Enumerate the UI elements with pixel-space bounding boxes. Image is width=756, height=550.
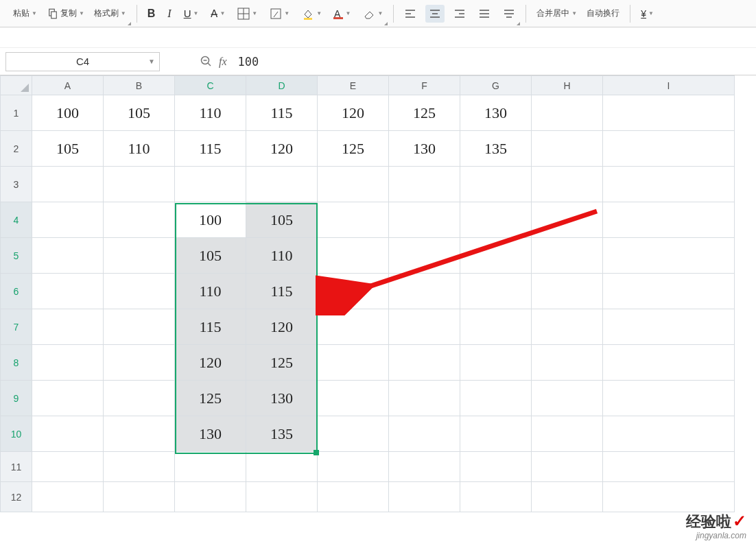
cell[interactable]: 115: [246, 95, 318, 131]
cell[interactable]: 130: [460, 95, 532, 131]
col-header-B[interactable]: B: [104, 76, 175, 95]
cell[interactable]: [532, 167, 603, 202]
cell[interactable]: [532, 345, 603, 381]
merge-center-button[interactable]: 合并居中 ▼: [533, 5, 580, 23]
name-box[interactable]: C4 ▼: [5, 52, 160, 71]
cell[interactable]: [32, 416, 104, 452]
align-justify-button[interactable]: [475, 5, 494, 23]
borders-button[interactable]: ▼: [234, 5, 261, 23]
col-header-D[interactable]: D: [246, 76, 318, 95]
formula-input[interactable]: [235, 52, 756, 71]
cell[interactable]: [104, 482, 175, 512]
clear-format-button[interactable]: ▼: [359, 5, 386, 23]
format-painter-button[interactable]: 格式刷 ▼: [91, 5, 130, 23]
cell[interactable]: [389, 381, 460, 416]
dialog-launcher-icon[interactable]: [517, 22, 520, 25]
cell[interactable]: 135: [246, 416, 318, 452]
cell[interactable]: [246, 452, 318, 482]
cell[interactable]: 125: [175, 381, 246, 416]
cell[interactable]: [603, 95, 735, 131]
cell[interactable]: [389, 345, 460, 381]
cell[interactable]: [389, 416, 460, 452]
cell[interactable]: [603, 202, 735, 238]
cell[interactable]: [318, 482, 389, 512]
cell[interactable]: [603, 452, 735, 482]
row-header-6[interactable]: 6: [1, 274, 32, 309]
row-header-11[interactable]: 11: [1, 452, 32, 482]
cell[interactable]: [603, 482, 735, 512]
font-color-button[interactable]: A▼: [331, 5, 354, 23]
cell[interactable]: [32, 381, 104, 416]
row-header-3[interactable]: 3: [1, 167, 32, 202]
cell[interactable]: 120: [246, 309, 318, 345]
cell[interactable]: [460, 274, 532, 309]
cell[interactable]: [175, 452, 246, 482]
cell[interactable]: [104, 345, 175, 381]
cell[interactable]: [389, 167, 460, 202]
cell[interactable]: [32, 274, 104, 309]
cell[interactable]: 105: [175, 238, 246, 274]
row-header-10[interactable]: 10: [1, 416, 32, 452]
row-header-5[interactable]: 5: [1, 238, 32, 274]
cell[interactable]: [460, 452, 532, 482]
cell[interactable]: [246, 482, 318, 512]
dialog-launcher-icon[interactable]: [128, 22, 131, 25]
cell[interactable]: [175, 167, 246, 202]
align-right-button[interactable]: [450, 5, 469, 23]
align-distribute-button[interactable]: [499, 5, 519, 23]
row-header-8[interactable]: 8: [1, 345, 32, 381]
cell[interactable]: [532, 381, 603, 416]
cell[interactable]: [32, 167, 104, 202]
cell[interactable]: 110: [104, 131, 175, 167]
cell[interactable]: 115: [175, 309, 246, 345]
cell[interactable]: 130: [389, 131, 460, 167]
row-header-2[interactable]: 2: [1, 131, 32, 167]
row-header-9[interactable]: 9: [1, 381, 32, 416]
col-header-G[interactable]: G: [460, 76, 532, 95]
row-header-4[interactable]: 4: [1, 202, 32, 238]
col-header-A[interactable]: A: [32, 76, 104, 95]
cell-active[interactable]: 100: [175, 202, 246, 238]
cell[interactable]: [603, 274, 735, 309]
cell[interactable]: [318, 452, 389, 482]
cell[interactable]: 125: [246, 345, 318, 381]
cell[interactable]: [32, 202, 104, 238]
cell[interactable]: [32, 452, 104, 482]
cell[interactable]: [532, 238, 603, 274]
cell[interactable]: 130: [246, 381, 318, 416]
align-center-button[interactable]: [425, 5, 445, 23]
col-header-H[interactable]: H: [532, 76, 603, 95]
row-header-1[interactable]: 1: [1, 95, 32, 131]
col-header-I[interactable]: I: [603, 76, 735, 95]
cell[interactable]: [532, 274, 603, 309]
col-header-F[interactable]: F: [389, 76, 460, 95]
cell[interactable]: [460, 238, 532, 274]
cell[interactable]: [104, 309, 175, 345]
cell[interactable]: [460, 202, 532, 238]
cell[interactable]: [389, 274, 460, 309]
cell[interactable]: 135: [460, 131, 532, 167]
cell[interactable]: 105: [32, 131, 104, 167]
cell[interactable]: [532, 95, 603, 131]
cell[interactable]: [532, 309, 603, 345]
cell[interactable]: [460, 309, 532, 345]
cell[interactable]: [32, 345, 104, 381]
cell[interactable]: [104, 202, 175, 238]
cell[interactable]: [603, 381, 735, 416]
cell[interactable]: [104, 452, 175, 482]
cell[interactable]: [460, 482, 532, 512]
cell[interactable]: [318, 202, 389, 238]
cell[interactable]: [460, 381, 532, 416]
cell[interactable]: [460, 167, 532, 202]
cell[interactable]: [460, 416, 532, 452]
cell[interactable]: [603, 309, 735, 345]
paste-button[interactable]: 粘贴 ▼: [10, 5, 40, 23]
cell[interactable]: [389, 482, 460, 512]
dialog-launcher-icon[interactable]: [384, 22, 388, 25]
italic-button[interactable]: I: [164, 5, 174, 23]
row-header-7[interactable]: 7: [1, 309, 32, 345]
cell[interactable]: [532, 416, 603, 452]
cell[interactable]: [318, 274, 389, 309]
cell[interactable]: [104, 416, 175, 452]
cell[interactable]: 100: [32, 95, 104, 131]
